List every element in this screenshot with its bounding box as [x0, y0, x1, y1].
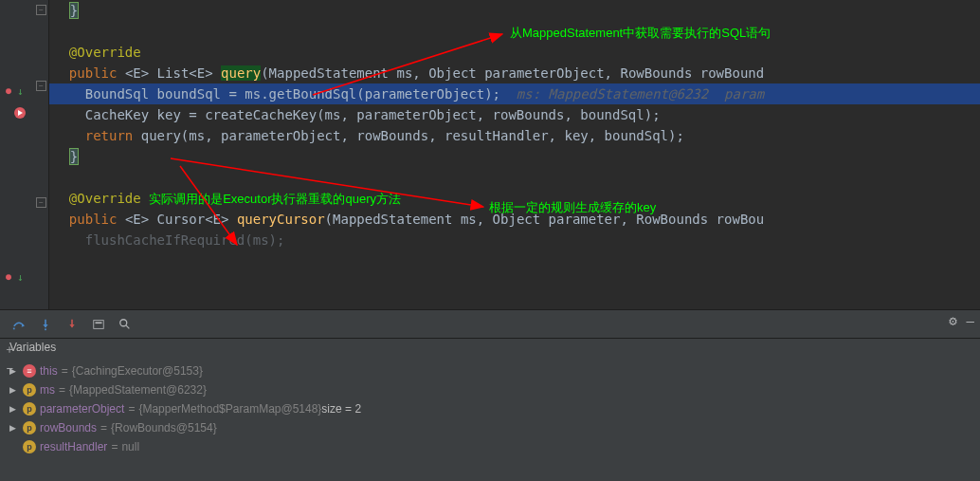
variable-row[interactable]: ▶≡this={CachingExecutor@5153} [6, 361, 974, 380]
breakpoint-icon[interactable]: ● [6, 85, 11, 96]
annotation-text: 根据一定的规则生成缓存的key [489, 199, 656, 216]
override-down-icon[interactable]: ↓ [17, 271, 24, 284]
fold-marker[interactable]: − [36, 197, 46, 208]
step-over-icon[interactable] [8, 313, 30, 336]
var-badge: p [23, 421, 36, 435]
fold-marker[interactable]: − [36, 81, 46, 91]
var-value: {MappedStatement@6232} [69, 380, 207, 399]
svg-line-9 [126, 324, 130, 328]
code-line-current: BoundSql boundSql = ms.getBoundSql(param… [49, 83, 980, 104]
var-value: {MapperMethod$ParamMap@5148} [138, 399, 321, 418]
debug-panel: Variables ▶≡this={CachingExecutor@5153}▶… [0, 309, 980, 481]
force-step-icon[interactable] [61, 313, 83, 336]
execution-point-icon [13, 106, 27, 121]
code-line: flushCacheIfRequired(ms); [49, 230, 980, 250]
gear-icon[interactable]: ⚙ [949, 313, 956, 328]
var-name: ms [40, 380, 55, 399]
code-line: public <E> List<E> query(MappedStatement… [49, 63, 980, 83]
var-value: null [121, 437, 139, 456]
minimize-icon[interactable]: — [967, 313, 974, 328]
breakpoint-icon[interactable]: ● [6, 271, 11, 282]
var-name: rowBounds [40, 418, 97, 437]
svg-rect-7 [96, 322, 102, 324]
var-equals: = [100, 418, 107, 437]
annotation-text: 实际调用的是Executor执行器重载的query方法 [149, 192, 401, 206]
var-name: resultHandler [40, 437, 107, 456]
code-line: return query(ms, parameterObject, rowBou… [49, 125, 980, 146]
variable-row[interactable]: ▶pms={MappedStatement@6232} [6, 380, 974, 399]
annotation-text: 从MappedStatement中获取需要执行的SQL语句 [510, 25, 771, 42]
variable-row[interactable]: ▶prowBounds={RowBounds@5154} [6, 418, 974, 437]
debug-toolbar [0, 310, 980, 339]
var-badge: ≡ [23, 364, 36, 378]
variable-row[interactable]: ▶pparameterObject={MapperMethod$ParamMap… [6, 399, 974, 418]
var-extra: size = 2 [321, 399, 361, 418]
svg-rect-5 [45, 328, 46, 330]
var-badge: p [23, 440, 36, 453]
var-name: this [40, 361, 58, 380]
code-line: } [49, 0, 980, 21]
variables-list: ▶≡this={CachingExecutor@5153}▶pms={Mappe… [0, 360, 980, 458]
var-name: parameterObject [40, 399, 124, 418]
var-value: {CachingExecutor@5153} [72, 361, 203, 380]
debug-sidebar: ＋ − [0, 338, 19, 480]
fold-marker[interactable]: − [36, 5, 46, 15]
svg-rect-6 [94, 320, 104, 328]
var-badge: p [23, 383, 36, 397]
var-value: {RowBounds@5154} [111, 418, 217, 437]
add-icon[interactable]: ＋ [0, 342, 19, 358]
panel-controls: ⚙ — [949, 313, 974, 328]
variables-header: Variables [0, 339, 980, 360]
var-equals: = [59, 380, 65, 399]
code-line: } [49, 146, 980, 167]
gutter: − − − ● ↓ ● ↓ [0, 0, 49, 309]
step-into-icon[interactable] [34, 313, 57, 336]
watch-icon[interactable] [114, 313, 136, 336]
var-badge: p [23, 402, 36, 416]
code-editor[interactable]: − − − ● ↓ ● ↓ } @Override public <E> Lis… [0, 0, 980, 309]
code-line: CacheKey key = createCacheKey(ms, parame… [49, 104, 980, 125]
override-down-icon[interactable]: ↓ [17, 85, 24, 98]
var-equals: = [111, 437, 118, 456]
code-line [49, 167, 980, 188]
svg-point-8 [120, 319, 127, 325]
svg-rect-4 [13, 327, 15, 329]
var-equals: = [128, 399, 135, 418]
remove-icon[interactable]: − [0, 361, 19, 375]
var-equals: = [62, 361, 68, 380]
code-line: @Override [49, 42, 980, 63]
variable-row[interactable]: presultHandler=null [6, 437, 974, 456]
evaluate-icon[interactable] [87, 313, 110, 336]
